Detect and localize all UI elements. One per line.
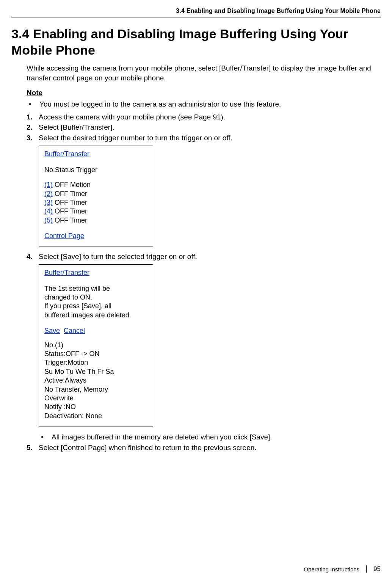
table-row: (2) OFF Timer	[44, 190, 147, 198]
body: While accessing the camera from your mob…	[27, 63, 381, 452]
table-row: (5) OFF Timer	[44, 216, 147, 225]
running-header: 3.4 Enabling and Disabling Image Bufferi…	[11, 8, 381, 14]
row-rest: OFF Timer	[53, 199, 87, 206]
detail-line: No.(1)	[44, 341, 147, 350]
step-2: Select [Buffer/Transfer].	[27, 122, 381, 132]
trigger-link-5[interactable]: (5)	[44, 216, 53, 224]
note-list: You must be logged in to the camera as a…	[27, 99, 381, 109]
steps-list: Access the camera with your mobile phone…	[27, 112, 381, 453]
page-number: 95	[373, 565, 381, 573]
table-row: (3) OFF Timer	[44, 198, 147, 207]
page-footer: Operating Instructions 95	[304, 565, 381, 573]
msg-line: buffered images are deleted.	[44, 311, 147, 320]
step-text: Access the camera with your mobile phone…	[39, 113, 225, 121]
msg-line: changed to ON.	[44, 293, 147, 302]
row-rest: OFF Timer	[53, 207, 87, 215]
row-rest: OFF Timer	[53, 190, 87, 198]
trigger-link-4[interactable]: (4)	[44, 207, 53, 215]
trigger-link-1[interactable]: (1)	[44, 181, 53, 188]
note-heading: Note	[27, 88, 381, 98]
trigger-link-2[interactable]: (2)	[44, 190, 53, 198]
note-item: You must be logged in to the camera as a…	[39, 99, 381, 109]
screenshot-title: Buffer/Transfer	[44, 150, 89, 158]
footer-divider	[366, 565, 367, 573]
step-5: Select [Control Page] when finished to r…	[27, 443, 381, 453]
mobile-screenshot-1: Buffer/Transfer No.Status Trigger (1) OF…	[39, 146, 153, 246]
screenshot-title: Buffer/Transfer	[44, 268, 89, 277]
section-title: 3.4 Enabling and Disabling Image Bufferi…	[11, 26, 381, 58]
control-page-link[interactable]: Control Page	[44, 232, 84, 240]
step-4-note: All images buffered in the memory are de…	[39, 432, 381, 442]
footer-doc-title: Operating Instructions	[304, 566, 359, 573]
table-row: (4) OFF Timer	[44, 207, 147, 216]
save-link[interactable]: Save	[44, 327, 60, 334]
detail-line: No Transfer, Memory	[44, 385, 147, 394]
page: 3.4 Enabling and Disabling Image Bufferi…	[0, 0, 392, 582]
table-header: No.Status Trigger	[44, 166, 147, 174]
step-3: Select the desired trigger number to tur…	[27, 133, 381, 246]
step-4-bullet: All images buffered in the memory are de…	[52, 432, 381, 442]
row-rest: OFF Timer	[53, 216, 87, 224]
detail-line: Notify :NO	[44, 403, 147, 411]
msg-line: The 1st setting will be	[44, 284, 147, 293]
step-4: Select [Save] to turn the selected trigg…	[27, 252, 381, 442]
header-rule	[11, 17, 381, 17]
step-text: Select [Control Page] when finished to r…	[39, 444, 257, 452]
cancel-link[interactable]: Cancel	[64, 327, 85, 334]
detail-line: Su Mo Tu We Th Fr Sa	[44, 367, 147, 376]
mobile-screenshot-2: Buffer/Transfer The 1st setting will be …	[39, 264, 153, 427]
step-text: Select [Save] to turn the selected trigg…	[39, 253, 197, 260]
step-1: Access the camera with your mobile phone…	[27, 112, 381, 122]
intro-paragraph: While accessing the camera from your mob…	[27, 63, 381, 83]
row-rest: OFF Motion	[53, 181, 91, 188]
step-text: Select [Buffer/Transfer].	[39, 123, 114, 131]
detail-line: Overwrite	[44, 394, 147, 403]
table-row: (1) OFF Motion	[44, 180, 147, 189]
trigger-link-3[interactable]: (3)	[44, 199, 53, 206]
detail-line: Trigger:Motion	[44, 358, 147, 367]
step-text: Select the desired trigger number to tur…	[39, 134, 232, 142]
detail-line: Status:OFF -> ON	[44, 350, 147, 358]
msg-line: If you press [Save], all	[44, 302, 147, 311]
detail-line: Deactivation: None	[44, 412, 147, 420]
detail-line: Active:Always	[44, 376, 147, 385]
